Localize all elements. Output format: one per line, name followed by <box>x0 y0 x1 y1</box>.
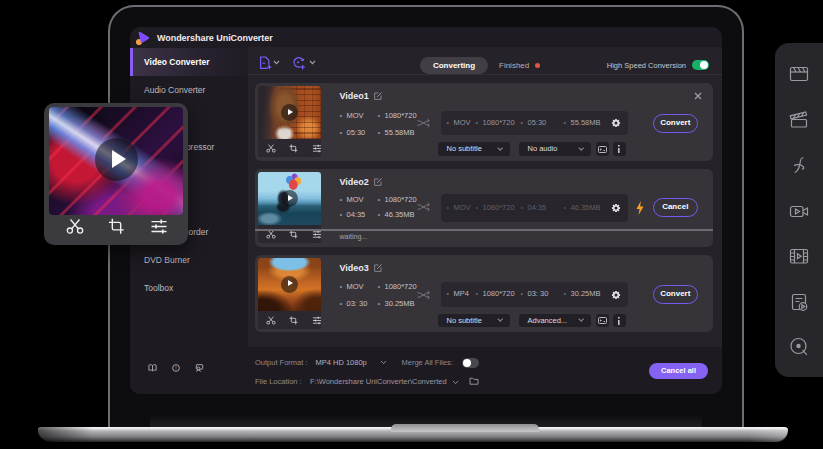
svg-text:!: ! <box>175 366 176 371</box>
